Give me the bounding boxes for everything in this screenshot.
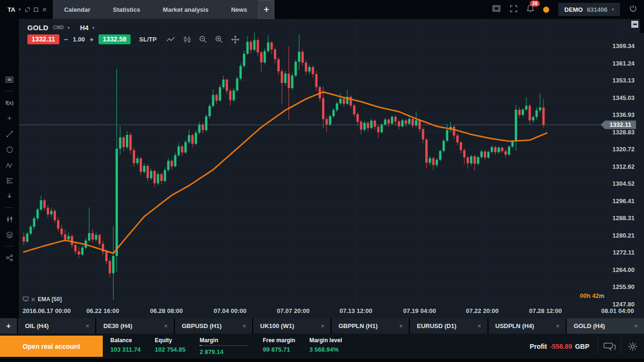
candle [332, 110, 335, 116]
indicator-legend: EMA [50] [23, 295, 62, 304]
close-icon[interactable]: × [556, 322, 560, 329]
fullscreen-icon[interactable] [510, 5, 518, 15]
zoom-out-icon[interactable] [199, 35, 207, 43]
fibonacci-icon[interactable] [4, 175, 15, 186]
account-selector[interactable]: DEMO 631406 ▾ [558, 3, 620, 16]
top-tab-market-analysis[interactable]: Market analysis [151, 0, 220, 19]
chart-window-icon[interactable] [4, 74, 15, 85]
elliott-wave-icon[interactable] [4, 160, 15, 170]
open-real-account-button[interactable]: Open real account [0, 336, 103, 357]
candle [133, 150, 135, 164]
candlestick-icon[interactable] [183, 36, 191, 43]
volume-decrease-button[interactable]: − [64, 35, 68, 43]
close-icon[interactable]: × [164, 322, 168, 329]
line-chart-icon[interactable] [166, 36, 175, 43]
close-icon[interactable] [42, 7, 47, 12]
candle [508, 147, 510, 155]
close-icon[interactable]: × [86, 322, 90, 329]
close-icon[interactable]: × [399, 322, 403, 329]
stat-value: 102 754.85 [155, 346, 185, 353]
candle [184, 142, 187, 152]
instrument-tab-de30-h4-[interactable]: DE30 (H4)× [96, 318, 173, 334]
candle [419, 120, 421, 129]
remove-indicator-icon[interactable] [31, 295, 35, 304]
candle [95, 235, 97, 239]
candle [88, 233, 91, 240]
candle [415, 120, 417, 125]
candle [401, 120, 404, 126]
instrument-tab-eurusd-d1-[interactable]: EURUSD (D1)× [410, 318, 487, 334]
collapse-panel-icon[interactable] [631, 21, 638, 28]
svg-text:1369.34: 1369.34 [612, 42, 635, 49]
add-instrument-button[interactable]: + [0, 318, 17, 334]
monitor-icon[interactable] [23, 295, 29, 304]
close-icon[interactable]: × [478, 322, 481, 329]
instrument-tab-label: DE30 (H4) [103, 322, 132, 329]
close-icon[interactable]: × [321, 322, 324, 329]
candle [126, 135, 128, 147]
divider [5, 246, 14, 247]
top-tab-news[interactable]: News [220, 0, 258, 19]
layers-icon[interactable] [4, 230, 15, 240]
candle [329, 116, 331, 124]
candle [219, 87, 221, 100]
frame-icon[interactable] [492, 5, 501, 14]
sltp-button[interactable]: SL/TP [139, 36, 157, 43]
candle [167, 161, 170, 170]
candle [343, 99, 345, 104]
top-bar: TA ▾ CalendarStatisticsMarket analysisNe… [0, 0, 644, 19]
add-icon[interactable]: + [4, 113, 15, 123]
top-tab-calendar[interactable]: Calendar [53, 0, 102, 19]
chevron-down-icon[interactable]: ▾ [92, 25, 95, 30]
sell-button[interactable]: 1332.11 [27, 34, 59, 44]
popup-icon[interactable] [25, 7, 30, 12]
trading-platform: TA ▾ CalendarStatisticsMarket analysisNe… [0, 0, 644, 362]
function-icon[interactable]: f(x) [4, 98, 15, 108]
maximize-icon[interactable] [33, 7, 39, 12]
top-tab-statistics[interactable]: Statistics [102, 0, 152, 19]
ellipse-icon[interactable] [4, 144, 15, 155]
indicator-icon[interactable] [4, 214, 15, 224]
instrument-tab-usdpln-h4-[interactable]: USDPLN (H4)× [488, 318, 566, 334]
volume-value[interactable]: 1.00 [73, 36, 85, 43]
instrument-tab-gold-h4-[interactable]: GOLD (H4)× [567, 318, 644, 334]
instrument-tab-oil-h4-[interactable]: OIL (H4)× [18, 318, 95, 334]
add-workspace-button[interactable]: + [258, 0, 274, 19]
trend-line-icon[interactable] [4, 129, 15, 139]
power-icon[interactable] [629, 4, 637, 15]
instrument-tab-gbpusd-h1-[interactable]: GBPUSD (H1)× [175, 318, 252, 334]
candle [405, 120, 407, 123]
candle [377, 127, 380, 132]
candle [247, 42, 249, 54]
candle [64, 234, 66, 239]
chevron-down-icon[interactable]: ▾ [18, 7, 21, 12]
workspace-tab[interactable]: TA ▾ [0, 0, 53, 19]
arrow-down-icon[interactable] [4, 191, 15, 201]
zoom-in-icon[interactable] [215, 35, 223, 43]
drawing-toolbar: f(x) + [0, 19, 19, 318]
candle [453, 127, 455, 135]
gear-icon[interactable] [621, 341, 644, 352]
bell-icon[interactable]: 26 [527, 4, 534, 15]
price-chart[interactable]: 1369.341361.241353.131345.031336.931328.… [19, 19, 644, 318]
chevron-down-icon[interactable]: ▾ [67, 25, 70, 30]
move-icon[interactable] [231, 35, 239, 44]
buy-button[interactable]: 1332.58 [99, 34, 131, 44]
instrument-tab-uk100-w1-[interactable]: UK100 (W1)× [253, 318, 330, 334]
candle [298, 52, 300, 62]
stat-label: Free margin [263, 337, 295, 344]
close-icon[interactable]: × [634, 322, 638, 329]
account-id: 631406 [587, 6, 607, 13]
share-icon[interactable] [4, 253, 15, 263]
timeframe-selector[interactable]: H4 [80, 24, 89, 32]
candle [305, 63, 307, 72]
candle [391, 117, 393, 123]
candle [363, 123, 366, 130]
candle [532, 117, 534, 120]
volume-increase-button[interactable]: + [90, 35, 94, 43]
close-icon[interactable]: × [242, 322, 246, 329]
chat-icon[interactable] [598, 341, 621, 352]
ema-line [24, 92, 547, 253]
instrument-tab-gbppln-h1-[interactable]: GBPPLN (H1)× [331, 318, 409, 334]
svg-text:1353.13: 1353.13 [612, 77, 635, 84]
